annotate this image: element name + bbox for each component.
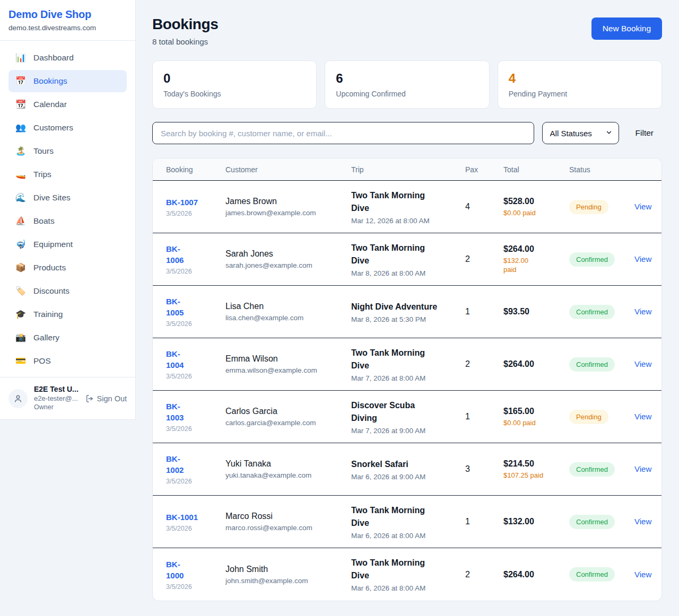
status-badge: Pending [569,200,608,214]
sidebar-item-label: Products [33,263,66,272]
package-icon: 📦 [15,262,26,274]
booking-date: 3/5/2026 [166,210,219,217]
pax-count: 1 [465,307,503,316]
sidebar-item-tours[interactable]: 🏝️ Tours [8,140,127,162]
customer-email: emma.wilson@example.com [225,366,345,374]
total-amount: $132.00 [503,517,563,526]
view-link[interactable]: View [634,202,651,211]
status-badge: Confirmed [569,357,615,372]
pax-count: 1 [465,517,503,526]
customer-name: Yuki Tanaka [225,459,345,469]
status-badge: Confirmed [569,567,615,582]
user-info: E2E Test U... e2e-tester@... Owner [34,385,79,412]
column-header: Total [503,165,569,174]
booking-id-link[interactable]: BK- 1006 [166,243,184,266]
table-row: BK- 1004 3/5/2026 Emma Wilson emma.wilso… [153,338,661,391]
status-badge: Confirmed [569,305,615,319]
sign-out-button[interactable]: Sign Out [85,394,127,403]
sidebar-item-trips[interactable]: 🚤 Trips [8,163,127,186]
bookings-table: BookingCustomerTripPaxTotalStatus BK-100… [152,158,662,601]
sidebar-item-dashboard[interactable]: 📊 Dashboard [8,47,127,69]
view-link[interactable]: View [634,307,651,316]
status-badge: Pending [569,410,608,424]
diving-mask-icon: 🤿 [15,239,26,250]
booking-id-link[interactable]: BK- 1005 [166,296,184,318]
stat-label: Pending Payment [509,90,651,98]
search-input[interactable] [152,122,534,144]
logout-icon [85,394,94,403]
new-booking-button[interactable]: New Booking [591,17,662,40]
trip-datetime: Mar 12, 2026 at 8:00 AM [351,217,459,225]
stat-value: 6 [336,71,478,86]
sidebar-item-label: Customers [33,123,73,133]
view-link[interactable]: View [634,464,651,473]
booking-id-link[interactable]: BK- 1000 [166,559,184,581]
pax-count: 1 [465,412,503,421]
booking-date: 3/5/2026 [166,583,219,591]
sidebar-item-label: Discounts [33,286,69,296]
sidebar-item-bookings[interactable]: 📅 Bookings [8,70,127,92]
table-row: BK- 1005 3/5/2026 Lisa Chen lisa.chen@ex… [153,286,661,338]
booking-id-link[interactable]: BK- 1002 [166,453,184,476]
sidebar-item-customers[interactable]: 👥 Customers [8,117,127,139]
trip-name: Two Tank Morning Dive [351,347,459,372]
table-row: BK- 1006 3/5/2026 Sarah Jones sarah.jone… [153,233,661,286]
total-amount: $93.50 [503,307,563,316]
person-icon [13,394,23,403]
trip-name: Two Tank Morning Dive [351,557,459,582]
view-link[interactable]: View [634,517,651,526]
booking-id-link[interactable]: BK-1007 [166,197,198,208]
sidebar-item-gallery[interactable]: 📸 Gallery [8,327,127,349]
table-row: BK-1007 3/5/2026 James Brown james.brown… [153,181,661,233]
shop-domain: demo.test.divestreams.com [8,24,127,32]
sidebar-item-calendar[interactable]: 📆 Calendar [8,93,127,116]
view-link[interactable]: View [634,254,651,263]
status-select[interactable]: All Statuses [542,122,619,144]
sailboat-icon: ⛵ [15,215,26,227]
trip-datetime: Mar 6, 2026 at 9:00 AM [351,473,459,481]
pax-count: 3 [465,464,503,474]
sidebar-item-training[interactable]: 🎓 Training [8,303,127,325]
sidebar-item-pos[interactable]: 💳 POS [8,350,127,372]
credit-card-icon: 💳 [15,355,26,367]
view-link[interactable]: View [634,359,651,368]
sidebar-item-dive-sites[interactable]: 🌊 Dive Sites [8,187,127,209]
sidebar-item-label: Calendar [33,100,67,109]
filter-button[interactable]: Filter [627,128,662,138]
customer-name: James Brown [225,197,345,206]
view-link[interactable]: View [634,570,651,579]
sidebar-item-label: Dashboard [33,53,74,63]
sidebar-item-equipment[interactable]: 🤿 Equipment [8,233,127,256]
status-badge: Confirmed [569,252,615,267]
avatar [8,389,28,408]
customer-name: Sarah Jones [225,249,345,259]
trip-name: Discover Scuba Diving [351,399,459,425]
table-body: BK-1007 3/5/2026 James Brown james.brown… [153,181,661,601]
sidebar-item-discounts[interactable]: 🏷️ Discounts [8,280,127,302]
trip-datetime: Mar 6, 2026 at 8:00 AM [351,584,459,592]
total-bookings-subtitle: 8 total bookings [152,37,218,46]
pax-count: 4 [465,202,503,212]
customer-email: sarah.jones@example.com [225,261,345,269]
sign-out-label: Sign Out [97,394,127,403]
trip-name: Night Dive Adventure [351,301,459,313]
column-header: Status [569,165,634,174]
table-header-row: BookingCustomerTripPaxTotalStatus [153,159,661,181]
view-link[interactable]: View [634,412,651,421]
sidebar-item-products[interactable]: 📦 Products [8,257,127,279]
stat-label: Upcoming Confirmed [336,90,478,98]
booking-id-link[interactable]: BK-1001 [166,512,198,523]
amount-paid: $0.00 paid [503,208,563,217]
sidebar-item-label: Dive Sites [33,193,71,203]
stat-card: 4 Pending Payment [498,60,662,109]
booking-id-link[interactable]: BK- 1003 [166,401,184,423]
customer-name: John Smith [225,565,345,574]
graduation-cap-icon: 🎓 [15,309,26,320]
sidebar-item-boats[interactable]: ⛵ Boats [8,210,127,232]
booking-date: 3/5/2026 [166,373,219,380]
booking-id-link[interactable]: BK- 1004 [166,348,184,371]
customer-name: Emma Wilson [225,354,345,364]
pax-count: 2 [465,359,503,369]
tag-icon: 🏷️ [15,285,26,297]
sidebar-item-label: Bookings [33,76,67,86]
